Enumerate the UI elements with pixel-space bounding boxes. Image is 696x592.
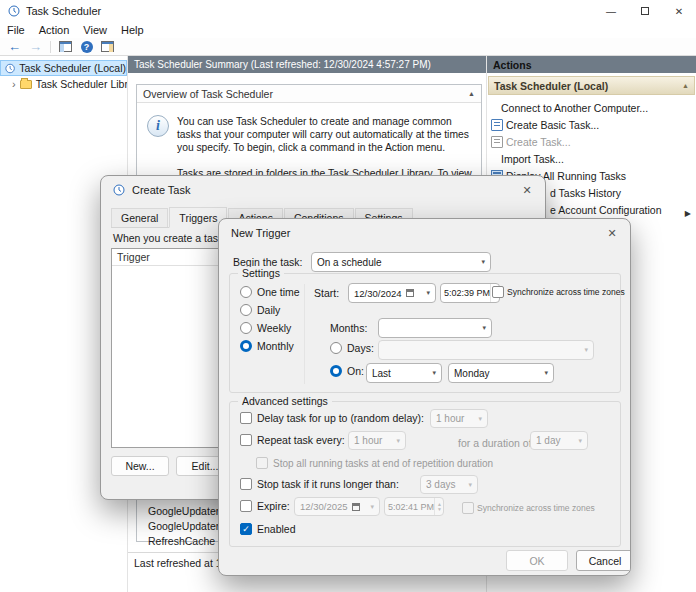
maximize-button[interactable] [628, 0, 662, 22]
close-icon: ✕ [607, 227, 616, 240]
spinner-down-icon[interactable]: ▼ [437, 507, 442, 512]
repeat-value-combobox[interactable]: 1 hour ▾ [348, 431, 406, 450]
on-week-value: Last [372, 368, 391, 379]
submenu-arrow-icon[interactable]: ▶ [685, 209, 691, 218]
console-tree-button[interactable] [57, 39, 74, 54]
dialog-clock-icon [113, 184, 125, 196]
stop-value: 3 days [426, 479, 455, 490]
sync-timezones-checkbox[interactable]: Synchronize across time zones [492, 286, 625, 298]
expander-icon[interactable]: › [12, 78, 16, 90]
enabled-checkbox[interactable]: ✓ Enabled [240, 523, 296, 535]
radio-label: Monthly [257, 340, 294, 352]
radio-label: On: [347, 365, 364, 377]
radio-icon [240, 286, 252, 298]
calendar-icon [352, 503, 360, 511]
action-label: e Account Configuration [550, 204, 662, 216]
minimize-button[interactable]: — [594, 0, 628, 22]
repeat-task-checkbox[interactable]: Repeat task every: [240, 434, 345, 446]
tree-item-task-scheduler-local[interactable]: Task Scheduler (Local) [0, 60, 127, 76]
start-time-spinner[interactable]: 5:02:39 PM ▲ ▼ [440, 283, 500, 303]
actions-group-label: Task Scheduler (Local) [494, 80, 608, 92]
chevron-down-icon: ▾ [422, 289, 430, 297]
trigger-column-header: Trigger [117, 251, 150, 263]
help-button[interactable]: ? [78, 39, 95, 54]
checkbox-checked-icon: ✓ [240, 523, 252, 535]
caption-buttons: — ✕ [594, 0, 696, 22]
expire-date-picker[interactable]: 12/30/2025 ▾ [294, 497, 380, 516]
duration-value-combobox[interactable]: 1 day ▾ [530, 431, 588, 450]
menu-help[interactable]: Help [114, 24, 151, 36]
action-pane-button[interactable] [99, 39, 116, 54]
radio-on[interactable]: On: [330, 365, 364, 377]
forward-button[interactable]: → [27, 39, 44, 54]
begin-task-combobox[interactable]: On a schedule ▾ [311, 252, 491, 272]
action-import-task[interactable]: Import Task... [487, 150, 696, 167]
triggers-intro-text: When you create a task, y [113, 232, 234, 244]
start-date-picker[interactable]: 12/30/2024 ▾ [348, 283, 436, 303]
tab-general[interactable]: General [111, 208, 168, 227]
checkbox-label: Enabled [257, 523, 296, 535]
checkbox-icon [492, 286, 504, 298]
collapse-section-icon[interactable]: ▲ [468, 90, 475, 97]
menu-bar: File Action View Help [0, 22, 696, 38]
radio-daily[interactable]: Daily [240, 304, 280, 316]
action-connect-to-another-computer[interactable]: Connect to Another Computer... [487, 99, 696, 116]
forward-icon: → [29, 40, 42, 53]
on-day-value: Monday [454, 368, 490, 379]
chevron-down-icon: ▾ [366, 503, 374, 511]
menu-file[interactable]: File [0, 24, 32, 36]
radio-monthly[interactable]: Monthly [240, 340, 294, 352]
calendar-icon [406, 289, 414, 297]
radio-days[interactable]: Days: [330, 342, 374, 354]
overview-section-header[interactable]: Overview of Task Scheduler ▲ [137, 85, 481, 103]
menu-view[interactable]: View [76, 24, 114, 36]
app-clock-icon [8, 5, 20, 17]
action-create-task[interactable]: Create Task... [487, 133, 696, 150]
create-task-close-button[interactable]: ✕ [509, 176, 545, 204]
close-icon: ✕ [522, 184, 531, 197]
help-icon: ? [81, 41, 93, 53]
tree-item-task-scheduler-library[interactable]: › Task Scheduler Library [0, 76, 127, 92]
ok-button[interactable]: OK [506, 550, 568, 571]
new-trigger-title: New Trigger [231, 227, 290, 239]
stop-task-checkbox[interactable]: Stop task if it runs longer than: [240, 478, 399, 490]
on-day-combobox[interactable]: Monday ▾ [448, 363, 554, 383]
new-trigger-close-button[interactable]: ✕ [594, 219, 630, 247]
on-week-combobox[interactable]: Last ▾ [366, 363, 442, 383]
collapse-group-icon[interactable]: ▲ [682, 82, 689, 89]
close-button[interactable]: ✕ [662, 0, 696, 22]
days-combobox[interactable]: ▾ [378, 340, 594, 360]
radio-label: Daily [257, 304, 280, 316]
action-create-basic-task[interactable]: Create Basic Task... [487, 116, 696, 133]
expire-sync-checkbox[interactable]: Synchronize across time zones [462, 502, 595, 514]
delay-task-checkbox[interactable]: Delay task for up to (random delay): [240, 412, 424, 424]
months-combobox[interactable]: ▾ [378, 318, 492, 338]
menu-action[interactable]: Action [32, 24, 77, 36]
stop-all-tasks-checkbox[interactable]: Stop all running tasks at end of repetit… [256, 457, 493, 469]
action-label: Connect to Another Computer... [501, 102, 648, 114]
delay-value-combobox[interactable]: 1 hour ▾ [430, 409, 488, 428]
tree-item-label: Task Scheduler Library [36, 78, 127, 90]
expire-time-value: 5:02:41 PM [388, 502, 434, 512]
toolbar: ← → ? [0, 38, 696, 56]
create-basic-task-icon [491, 119, 503, 131]
stop-value-combobox[interactable]: 3 days ▾ [420, 475, 478, 494]
overview-paragraph-1: You can use Task Scheduler to create and… [177, 115, 477, 154]
checkbox-label: Synchronize across time zones [507, 287, 625, 297]
back-button[interactable]: ← [6, 39, 23, 54]
task-scheduler-window: Task Scheduler — ✕ File Action View Help… [0, 0, 696, 592]
radio-label: Weekly [257, 322, 291, 334]
actions-group-header[interactable]: Task Scheduler (Local) ▲ [488, 76, 695, 95]
new-trigger-button[interactable]: New... [111, 456, 169, 476]
delay-value: 1 hour [436, 413, 464, 424]
folder-icon [20, 80, 32, 89]
cancel-button[interactable]: Cancel [576, 550, 631, 571]
actions-pane-header: Actions [487, 56, 696, 73]
action-label: Create Basic Task... [506, 119, 599, 131]
create-task-titlebar: Create Task ✕ [101, 176, 545, 204]
expire-checkbox[interactable]: Expire: [240, 500, 290, 512]
radio-one-time[interactable]: One time [240, 286, 300, 298]
radio-weekly[interactable]: Weekly [240, 322, 291, 334]
expire-time-spinner[interactable]: 5:02:41 PM ▲ ▼ [384, 497, 444, 516]
begin-task-value: On a schedule [317, 257, 382, 268]
